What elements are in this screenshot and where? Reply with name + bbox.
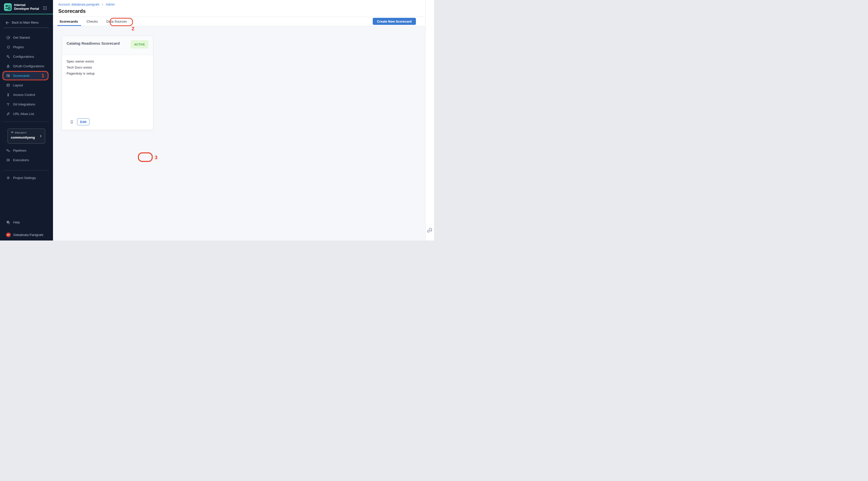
annotation-box-3 bbox=[138, 152, 153, 162]
sidebar-item-configurations[interactable]: Configurations bbox=[0, 52, 53, 61]
sidebar-item-label: Pipelines bbox=[13, 149, 26, 152]
sidebar-item-access-control[interactable]: Access Control bbox=[0, 90, 53, 99]
sidebar-item-executions[interactable]: Executions bbox=[0, 155, 53, 165]
scorecard-title: Catalog Readiness Scorecard bbox=[67, 41, 120, 45]
scorecards-icon bbox=[6, 73, 10, 78]
person-icon bbox=[6, 93, 10, 97]
right-side-rail bbox=[425, 0, 434, 241]
breadcrumb: Account: debabrata.panigrahi Admin bbox=[58, 3, 115, 6]
sidebar-divider bbox=[3, 170, 49, 170]
sidebar-item-label: Git Integrations bbox=[13, 102, 35, 106]
get-started-icon bbox=[6, 35, 10, 40]
app-window: Internal Developer Portal Back to Main M… bbox=[0, 0, 434, 241]
sidebar-item-label: Access Control bbox=[13, 93, 35, 97]
lock-icon bbox=[6, 64, 10, 68]
plugins-icon bbox=[6, 45, 10, 49]
check-item: Pagerduty is setup bbox=[67, 70, 95, 76]
scorecard-card-header: Catalog Readiness Scorecard ACTIVE bbox=[62, 36, 153, 55]
sidebar-item-oauth-configurations[interactable]: OAuth Configurations bbox=[0, 61, 53, 71]
create-new-scorecard-button[interactable]: Create New Scorecard bbox=[373, 18, 416, 25]
svg-text:?: ? bbox=[7, 221, 8, 222]
delete-scorecard-button[interactable] bbox=[69, 119, 74, 125]
sidebar-item-get-started[interactable]: Get Started bbox=[0, 33, 53, 42]
check-item: Tech Docs exists bbox=[67, 65, 95, 70]
sidebar-item-url-allow-list[interactable]: URL Allow List bbox=[0, 109, 53, 119]
app-grid-icon[interactable] bbox=[43, 6, 47, 10]
sidebar-item-label: Plugins bbox=[13, 45, 24, 49]
sidebar-item-pipelines[interactable]: Pipelines bbox=[0, 146, 53, 155]
back-to-main-menu[interactable]: Back to Main Menu bbox=[0, 19, 53, 26]
sidebar-item-git-integrations[interactable]: Git Integrations bbox=[0, 99, 53, 109]
sidebar-item-project-settings[interactable]: Project Settings bbox=[0, 173, 53, 183]
sidebar-item-plugins[interactable]: Plugins bbox=[0, 42, 53, 52]
user-name: Debabrata Panigrahi bbox=[13, 233, 43, 237]
idp-logo-icon bbox=[4, 3, 12, 11]
tab-scorecards[interactable]: Scorecards bbox=[59, 17, 79, 26]
pipelines-icon bbox=[6, 148, 10, 153]
executions-icon bbox=[6, 158, 10, 162]
user-menu[interactable]: DP Debabrata Panigrahi bbox=[0, 230, 53, 239]
breadcrumb-admin-link[interactable]: Admin bbox=[106, 3, 115, 6]
sidebar-item-label: Get Started bbox=[13, 36, 30, 39]
annotation-number-3: 3 bbox=[155, 155, 157, 160]
help-chat-icon: ? bbox=[6, 220, 10, 224]
sidebar-item-scorecards[interactable]: Scorecards bbox=[0, 71, 53, 80]
brand-title: Internal Developer Portal bbox=[14, 3, 40, 11]
link-icon bbox=[6, 112, 10, 116]
support-chat-icon[interactable] bbox=[427, 227, 433, 233]
sidebar-item-label: OAuth Configurations bbox=[13, 64, 44, 68]
sidebar: Internal Developer Portal Back to Main M… bbox=[0, 0, 53, 241]
sidebar-item-label: Scorecards bbox=[13, 74, 30, 77]
breadcrumb-separator-icon bbox=[101, 3, 104, 6]
sidebar-item-label: Executions bbox=[13, 158, 29, 162]
sidebar-item-label: Layout bbox=[13, 83, 23, 87]
configurations-icon bbox=[6, 55, 10, 59]
check-item: Spec owner exists bbox=[67, 59, 95, 65]
status-badge: ACTIVE bbox=[131, 40, 149, 49]
edit-scorecard-button[interactable]: Edit bbox=[77, 118, 89, 125]
main-area: Account: debabrata.panigrahi Admin Score… bbox=[53, 0, 425, 241]
sidebar-header: Internal Developer Portal bbox=[0, 0, 53, 14]
tab-data-sources[interactable]: Data Sources bbox=[105, 17, 128, 26]
scorecard-card: Catalog Readiness Scorecard ACTIVE Spec … bbox=[62, 36, 153, 130]
sidebar-item-label: Project Settings bbox=[13, 176, 36, 180]
avatar: DP bbox=[6, 232, 11, 237]
check-list: Spec owner exists Tech Docs exists Pager… bbox=[67, 59, 95, 76]
content-area: Catalog Readiness Scorecard ACTIVE Spec … bbox=[53, 26, 425, 241]
sidebar-item-layout[interactable]: Layout bbox=[0, 80, 53, 90]
tab-bar: Scorecards Checks Data Sources bbox=[53, 17, 425, 26]
breadcrumb-account-link[interactable]: Account: debabrata.panigrahi bbox=[58, 3, 99, 6]
chevron-right-icon bbox=[39, 134, 42, 138]
layers-icon bbox=[10, 131, 14, 134]
project-selector[interactable]: PROJECT communityeng bbox=[7, 129, 45, 143]
project-label: PROJECT bbox=[15, 132, 27, 134]
back-to-main-menu-label: Back to Main Menu bbox=[12, 21, 39, 24]
git-branch-icon bbox=[6, 102, 10, 106]
sidebar-item-label: URL Allow List bbox=[13, 112, 34, 116]
project-name: communityeng bbox=[11, 135, 35, 139]
tab-checks[interactable]: Checks bbox=[86, 17, 99, 26]
arrow-left-icon bbox=[5, 21, 9, 25]
layout-icon bbox=[6, 83, 10, 87]
page-header: Account: debabrata.panigrahi Admin Score… bbox=[53, 0, 425, 17]
sidebar-item-help[interactable]: ? Help bbox=[0, 217, 53, 227]
gear-icon bbox=[6, 176, 10, 180]
sidebar-item-label: Configurations bbox=[13, 55, 34, 59]
sidebar-item-label: Help bbox=[13, 220, 20, 224]
nav-group-divider bbox=[3, 28, 49, 29]
page-title: Scorecards bbox=[58, 8, 86, 14]
